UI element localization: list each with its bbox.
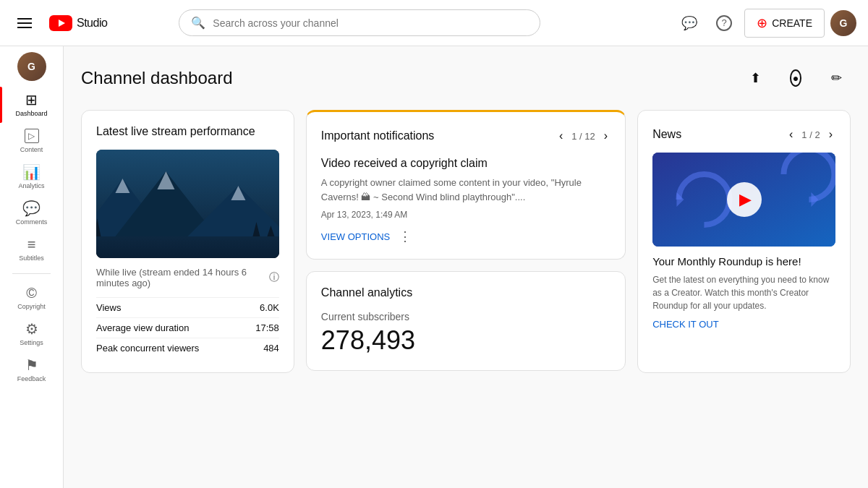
check-out-button[interactable]: CHECK IT OUT	[652, 319, 719, 330]
sidebar-item-feedback[interactable]: ⚑ Feedback	[0, 352, 63, 388]
news-page: 1 / 2	[801, 129, 820, 140]
analytics-icon: 📊	[22, 165, 41, 179]
upload-icon: ⬆	[750, 70, 761, 86]
notifications-next-button[interactable]: ›	[601, 127, 610, 145]
stat-row-concurrent: Peak concurrent viewers 484	[96, 338, 279, 358]
news-title: News	[652, 128, 681, 141]
create-plus-icon: ⊕	[757, 15, 767, 31]
news-prev-button[interactable]: ‹	[786, 125, 796, 144]
sidebar-item-dashboard[interactable]: ⊞ Dashboard	[0, 87, 63, 123]
view-options-button[interactable]: VIEW OPTIONS	[321, 231, 390, 242]
stream-info: While live (stream ended 14 hours 6 minu…	[96, 267, 279, 288]
analytics-card: Channel analytics Current subscribers 27…	[306, 271, 626, 371]
play-icon: ▶	[739, 190, 752, 209]
sidebar-item-label: Copyright	[17, 303, 46, 310]
stream-thumbnail[interactable]: Frozen at the Worlds Edge 🏔 ~ Killing EV…	[96, 150, 279, 258]
sidebar-avatar-initials: G	[27, 61, 35, 72]
notification-body: A copyright owner claimed some content i…	[321, 176, 610, 204]
news-next-button[interactable]: ›	[826, 125, 835, 144]
stream-card: Latest live stream performance	[81, 110, 294, 373]
messages-icon: 💬	[681, 15, 697, 31]
subtitles-icon: ≡	[27, 237, 36, 252]
feedback-icon: ⚑	[25, 358, 38, 372]
upload-button[interactable]: ⬆	[741, 64, 770, 93]
subscribers-value: 278,493	[321, 325, 610, 356]
stat-value: 484	[263, 343, 279, 354]
notifications-page: 1 / 12	[571, 131, 595, 142]
go-live-icon: ●	[790, 69, 801, 87]
news-article-body: Get the latest on everything you need to…	[652, 273, 835, 312]
sidebar-item-copyright[interactable]: © Copyright	[0, 280, 63, 316]
stat-value: 6.0K	[260, 302, 279, 313]
more-options-button[interactable]: ⋮	[399, 228, 412, 244]
sidebar-item-subtitles[interactable]: ≡ Subtitles	[0, 231, 63, 267]
page-actions: ⬆ ● ✏	[741, 64, 851, 93]
logo[interactable]: Studio	[49, 15, 107, 31]
go-live-button[interactable]: ●	[781, 64, 810, 93]
yt-play-button[interactable]: ▶	[727, 182, 762, 217]
main-content: Channel dashboard ⬆ ● ✏ Latest live stre…	[64, 46, 868, 488]
notifications-total: 12	[584, 131, 595, 142]
cards-row: Latest live stream performance	[81, 110, 851, 373]
create-button[interactable]: ⊕ CREATE	[744, 9, 825, 38]
sidebar-item-label: Analytics	[18, 182, 44, 189]
analytics-card-title: Channel analytics	[321, 286, 610, 299]
sidebar-item-analytics[interactable]: 📊 Analytics	[0, 159, 63, 195]
info-icon[interactable]: ⓘ	[269, 271, 279, 284]
notifications-header: Important notifications ‹ 1 / 12 ›	[321, 127, 610, 145]
search-icon: 🔍	[191, 16, 205, 30]
avatar[interactable]: G	[830, 10, 856, 36]
middle-column: Important notifications ‹ 1 / 12 › Video…	[306, 110, 626, 373]
notification-title: Video received a copyright claim	[321, 157, 610, 170]
search-input[interactable]	[213, 17, 528, 29]
news-current: 1	[801, 129, 807, 140]
header: Studio 🔍 💬 ? ⊕ CREATE G	[0, 0, 868, 46]
sidebar-item-label: Feedback	[17, 375, 46, 382]
notifications-title: Important notifications	[321, 129, 435, 142]
notifications-current: 1	[571, 131, 576, 142]
edit-button[interactable]: ✏	[822, 64, 851, 93]
create-label: CREATE	[772, 17, 812, 29]
header-right: 💬 ? ⊕ CREATE G	[675, 9, 856, 38]
menu-button[interactable]	[12, 12, 38, 34]
notifications-nav: ‹ 1 / 12 ›	[556, 127, 610, 145]
notifications-card: Important notifications ‹ 1 / 12 › Video…	[306, 110, 626, 260]
sidebar: G ⊞ Dashboard ▷ Content 📊 Analytics 💬 Co…	[0, 46, 64, 488]
dashboard-icon: ⊞	[25, 93, 38, 107]
page-title: Channel dashboard	[81, 68, 233, 88]
news-header: News ‹ 1 / 2 ›	[652, 125, 835, 144]
stat-row-duration: Average view duration 17:58	[96, 317, 279, 338]
help-icon: ?	[716, 15, 732, 31]
news-card: News ‹ 1 / 2 ›	[637, 110, 851, 373]
messages-button[interactable]: 💬	[675, 9, 704, 38]
help-button[interactable]: ?	[710, 9, 739, 38]
stream-card-title: Latest live stream performance	[96, 125, 279, 138]
notifications-prev-button[interactable]: ‹	[556, 127, 566, 145]
youtube-icon	[49, 15, 72, 31]
notification-date: Apr 13, 2023, 1:49 AM	[321, 210, 610, 220]
sidebar-item-content[interactable]: ▷ Content	[0, 123, 63, 159]
content-icon: ▷	[25, 129, 39, 143]
news-thumbnail[interactable]: ▶	[652, 153, 835, 247]
stat-label: Average view duration	[96, 322, 189, 333]
sidebar-item-label: Dashboard	[15, 110, 47, 117]
sidebar-item-settings[interactable]: ⚙ Settings	[0, 316, 63, 352]
copyright-icon: ©	[26, 286, 37, 300]
stat-label: Views	[96, 302, 121, 313]
sidebar-item-label: Subtitles	[19, 254, 44, 262]
avatar-initials: G	[840, 17, 848, 29]
news-article-title: Your Monthly Roundup is here!	[652, 255, 835, 267]
notification-actions: VIEW OPTIONS ⋮	[321, 228, 610, 244]
stat-label: Peak concurrent viewers	[96, 343, 199, 354]
subscribers-label: Current subscribers	[321, 311, 610, 322]
sidebar-item-label: Settings	[20, 339, 43, 346]
sidebar-item-comments[interactable]: 💬 Comments	[0, 195, 63, 231]
stats-table: Views 6.0K Average view duration 17:58 P…	[96, 297, 279, 358]
sidebar-item-label: Content	[20, 146, 43, 153]
page-header: Channel dashboard ⬆ ● ✏	[81, 64, 851, 93]
sidebar-divider	[12, 273, 50, 274]
sidebar-item-label: Comments	[16, 218, 48, 226]
sidebar-avatar[interactable]: G	[17, 52, 46, 81]
logo-text: Studio	[77, 17, 107, 30]
search-bar: 🔍	[179, 9, 540, 36]
